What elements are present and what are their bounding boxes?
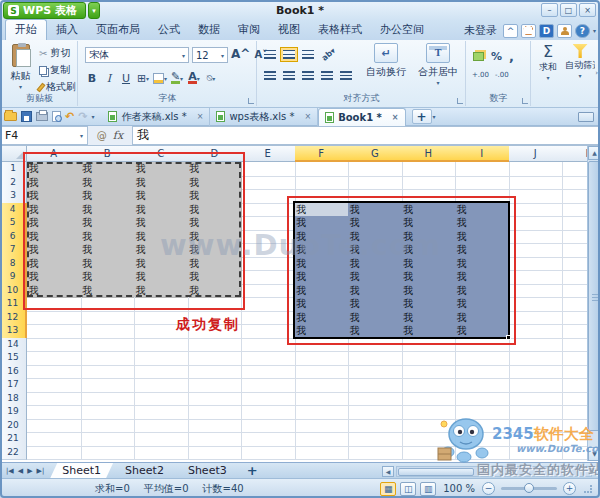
undo-icon[interactable]: ↶ — [65, 110, 74, 123]
cell-F18[interactable] — [295, 392, 350, 407]
cell-D17[interactable] — [188, 378, 243, 393]
sheet-tab-Sheet2[interactable]: Sheet2 — [113, 463, 176, 478]
cell-I18[interactable] — [455, 392, 510, 407]
cell-A6[interactable]: 我 — [27, 230, 82, 245]
cell-E14[interactable] — [241, 338, 296, 353]
cell-D7[interactable]: 我 — [188, 243, 243, 258]
row-header-2[interactable]: 2 — [0, 176, 27, 191]
cell-K8[interactable] — [562, 257, 587, 272]
cell-H18[interactable] — [402, 392, 457, 407]
last-sheet-icon[interactable]: ▶| — [37, 467, 45, 475]
cell-C16[interactable] — [134, 365, 189, 380]
horizontal-scrollbar[interactable] — [396, 466, 592, 477]
vertical-scrollbar-thumb[interactable] — [588, 161, 600, 431]
cell-A5[interactable]: 我 — [27, 216, 82, 231]
row-header-9[interactable]: 9 — [0, 270, 27, 285]
cell-I11[interactable]: 我 — [455, 297, 510, 312]
row-header-10[interactable]: 10 — [0, 284, 27, 299]
cell-C19[interactable] — [134, 405, 189, 420]
column-header-C[interactable]: C — [134, 146, 189, 162]
cell-I15[interactable] — [455, 351, 510, 366]
cell-I2[interactable] — [455, 176, 510, 191]
cell-B2[interactable]: 我 — [81, 176, 136, 191]
cell-H6[interactable]: 我 — [402, 230, 457, 245]
cell-D16[interactable] — [188, 365, 243, 380]
align-top-button[interactable] — [264, 50, 276, 59]
cell-D10[interactable]: 我 — [188, 284, 243, 299]
cell-C7[interactable]: 我 — [134, 243, 189, 258]
cell-B11[interactable] — [81, 297, 136, 312]
cell-E7[interactable] — [241, 243, 296, 258]
cell-B7[interactable]: 我 — [81, 243, 136, 258]
copy-button[interactable]: 复制 — [39, 63, 70, 77]
cell-D9[interactable]: 我 — [188, 270, 243, 285]
cell-A13[interactable] — [27, 324, 82, 339]
row-header-6[interactable]: 6 — [0, 230, 27, 245]
row-header-18[interactable]: 18 — [0, 392, 27, 407]
cell-F15[interactable] — [295, 351, 350, 366]
cell-B22[interactable] — [81, 446, 136, 461]
cell-E15[interactable] — [241, 351, 296, 366]
row-header-4[interactable]: 4 — [0, 203, 27, 218]
cell-A4[interactable]: 我 — [27, 203, 82, 218]
font-color-button[interactable]: A▾ — [187, 70, 201, 86]
cell-J13[interactable] — [509, 324, 564, 339]
cell-C14[interactable] — [134, 338, 189, 353]
cell-G14[interactable] — [348, 338, 403, 353]
cell-F4[interactable]: 我 — [295, 203, 350, 218]
cell-C15[interactable] — [134, 351, 189, 366]
cell-I17[interactable] — [455, 378, 510, 393]
column-header-H[interactable]: H — [402, 146, 457, 162]
cell-D3[interactable]: 我 — [188, 189, 243, 204]
cell-B15[interactable] — [81, 351, 136, 366]
cell-C11[interactable] — [134, 297, 189, 312]
cell-H14[interactable] — [402, 338, 457, 353]
doc-tab[interactable]: 作者来稿.xls *× — [102, 108, 210, 126]
cell-B18[interactable] — [81, 392, 136, 407]
cell-A18[interactable] — [27, 392, 82, 407]
row-header-17[interactable]: 17 — [0, 378, 27, 393]
cell-E21[interactable] — [241, 432, 296, 447]
cell-K17[interactable] — [562, 378, 587, 393]
cell-E9[interactable] — [241, 270, 296, 285]
cell-H8[interactable]: 我 — [402, 257, 457, 272]
cell-E16[interactable] — [241, 365, 296, 380]
cell-J6[interactable] — [509, 230, 564, 245]
cell-C22[interactable] — [134, 446, 189, 461]
open-icon[interactable] — [4, 112, 17, 121]
cell-G2[interactable] — [348, 176, 403, 191]
cell-C6[interactable]: 我 — [134, 230, 189, 245]
cell-E11[interactable] — [241, 297, 296, 312]
align-right-button[interactable] — [302, 71, 314, 80]
percent-style-button[interactable]: % — [491, 50, 502, 63]
cell-G16[interactable] — [348, 365, 403, 380]
cell-D20[interactable] — [188, 419, 243, 434]
decrease-indent-button[interactable] — [321, 71, 333, 80]
phonetic-button[interactable]: ⍉▾ — [204, 70, 218, 86]
cell-D22[interactable] — [188, 446, 243, 461]
menu-tab-办公空间[interactable]: 办公空间 — [371, 20, 433, 40]
cell-K9[interactable] — [562, 270, 587, 285]
cell-I4[interactable]: 我 — [455, 203, 510, 218]
cell-F20[interactable] — [295, 419, 350, 434]
cell-G18[interactable] — [348, 392, 403, 407]
align-left-button[interactable] — [264, 71, 276, 80]
row-header-13[interactable]: 13 — [0, 324, 27, 339]
cell-F6[interactable]: 我 — [295, 230, 350, 245]
cell-J21[interactable] — [509, 432, 564, 447]
cell-K10[interactable] — [562, 284, 587, 299]
vertical-scrollbar[interactable]: ▲ ▼ — [587, 146, 600, 461]
horizontal-scrollbar-thumb[interactable] — [398, 468, 474, 476]
column-header-B[interactable]: B — [81, 146, 136, 162]
cell-G21[interactable] — [348, 432, 403, 447]
cell-E1[interactable] — [241, 162, 296, 177]
font-dialog-launcher[interactable] — [248, 98, 254, 104]
decrease-decimal-button[interactable]: -.00 — [495, 71, 509, 79]
cell-I22[interactable] — [455, 446, 510, 461]
cell-J4[interactable] — [509, 203, 564, 218]
cell-F7[interactable]: 我 — [295, 243, 350, 258]
cell-E4[interactable] — [241, 203, 296, 218]
cell-A11[interactable] — [27, 297, 82, 312]
increase-indent-button[interactable] — [340, 71, 352, 80]
font-size-select[interactable]: 12▾ — [192, 47, 228, 63]
